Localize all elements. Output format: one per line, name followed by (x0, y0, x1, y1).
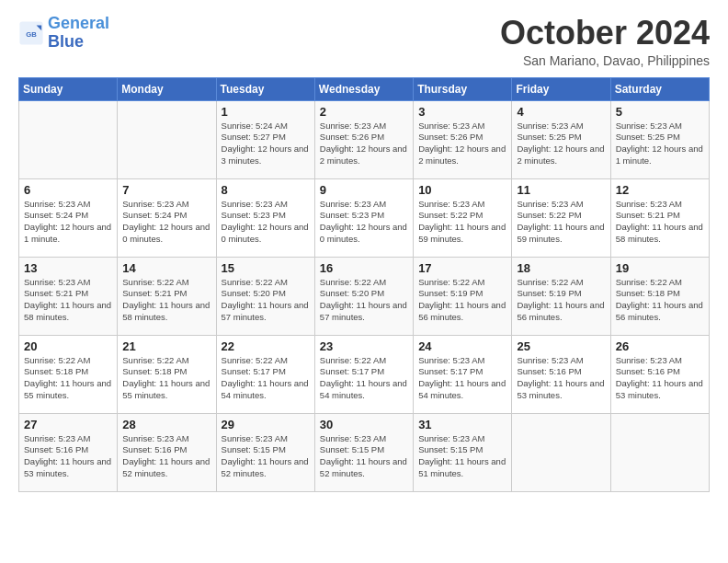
calendar-header-day: Sunday (19, 77, 118, 100)
cell-text: Sunrise: 5:22 AM Sunset: 5:21 PM Dayligh… (122, 277, 210, 324)
day-number: 13 (24, 261, 112, 275)
calendar-cell: 18Sunrise: 5:22 AM Sunset: 5:19 PM Dayli… (512, 257, 610, 335)
calendar-cell: 28Sunrise: 5:23 AM Sunset: 5:16 PM Dayli… (118, 413, 216, 491)
calendar-cell: 23Sunrise: 5:22 AM Sunset: 5:17 PM Dayli… (314, 335, 413, 413)
svg-text:GB: GB (26, 30, 37, 39)
cell-text: Sunrise: 5:22 AM Sunset: 5:19 PM Dayligh… (517, 277, 605, 324)
logo: GB GeneralBlue (18, 15, 109, 52)
cell-text: Sunrise: 5:23 AM Sunset: 5:25 PM Dayligh… (616, 121, 704, 167)
day-number: 27 (24, 418, 112, 431)
cell-text: Sunrise: 5:22 AM Sunset: 5:18 PM Dayligh… (24, 355, 112, 402)
title-block: October 2024 San Mariano, Davao, Philipp… (500, 15, 710, 68)
cell-text: Sunrise: 5:22 AM Sunset: 5:20 PM Dayligh… (320, 277, 408, 324)
calendar-cell: 15Sunrise: 5:22 AM Sunset: 5:20 PM Dayli… (216, 257, 314, 335)
calendar-cell: 19Sunrise: 5:22 AM Sunset: 5:18 PM Dayli… (610, 257, 709, 335)
calendar-cell: 24Sunrise: 5:23 AM Sunset: 5:17 PM Dayli… (414, 335, 512, 413)
calendar-cell (118, 100, 216, 178)
day-number: 20 (24, 339, 112, 353)
day-number: 11 (517, 183, 605, 197)
calendar-cell: 13Sunrise: 5:23 AM Sunset: 5:21 PM Dayli… (19, 257, 118, 335)
day-number: 10 (418, 183, 506, 197)
calendar-header-day: Friday (512, 77, 610, 100)
cell-text: Sunrise: 5:23 AM Sunset: 5:21 PM Dayligh… (616, 199, 704, 246)
cell-text: Sunrise: 5:22 AM Sunset: 5:17 PM Dayligh… (320, 355, 408, 402)
calendar-header-day: Monday (118, 77, 216, 100)
calendar-cell: 5Sunrise: 5:23 AM Sunset: 5:25 PM Daylig… (610, 100, 709, 178)
cell-text: Sunrise: 5:23 AM Sunset: 5:26 PM Dayligh… (320, 121, 408, 167)
cell-text: Sunrise: 5:23 AM Sunset: 5:21 PM Dayligh… (24, 277, 112, 324)
day-number: 29 (222, 418, 310, 431)
calendar-header-day: Wednesday (314, 77, 413, 100)
day-number: 26 (616, 339, 704, 353)
calendar-cell: 30Sunrise: 5:23 AM Sunset: 5:15 PM Dayli… (314, 413, 413, 491)
cell-text: Sunrise: 5:22 AM Sunset: 5:20 PM Dayligh… (222, 277, 310, 324)
calendar-cell: 26Sunrise: 5:23 AM Sunset: 5:16 PM Dayli… (610, 335, 709, 413)
page-header: GB GeneralBlue October 2024 San Mariano,… (18, 15, 710, 68)
calendar-cell: 8Sunrise: 5:23 AM Sunset: 5:23 PM Daylig… (216, 178, 314, 257)
day-number: 31 (418, 418, 506, 431)
cell-text: Sunrise: 5:23 AM Sunset: 5:17 PM Dayligh… (418, 355, 506, 402)
day-number: 18 (517, 261, 605, 275)
cell-text: Sunrise: 5:23 AM Sunset: 5:24 PM Dayligh… (24, 199, 112, 246)
day-number: 6 (24, 183, 112, 197)
cell-text: Sunrise: 5:23 AM Sunset: 5:23 PM Dayligh… (320, 199, 408, 246)
cell-text: Sunrise: 5:22 AM Sunset: 5:17 PM Dayligh… (222, 355, 310, 402)
calendar-cell (512, 413, 610, 491)
cell-text: Sunrise: 5:23 AM Sunset: 5:24 PM Dayligh… (122, 199, 210, 246)
day-number: 7 (122, 183, 210, 197)
day-number: 2 (320, 105, 408, 119)
logo-icon: GB (18, 20, 44, 46)
cell-text: Sunrise: 5:23 AM Sunset: 5:26 PM Dayligh… (418, 121, 506, 167)
day-number: 19 (616, 261, 704, 275)
calendar-cell: 22Sunrise: 5:22 AM Sunset: 5:17 PM Dayli… (216, 335, 314, 413)
day-number: 15 (222, 261, 310, 275)
calendar-week-row: 20Sunrise: 5:22 AM Sunset: 5:18 PM Dayli… (19, 335, 710, 413)
location: San Mariano, Davao, Philippines (500, 53, 710, 68)
day-number: 24 (418, 339, 506, 353)
calendar-header-row: SundayMondayTuesdayWednesdayThursdayFrid… (19, 77, 710, 100)
day-number: 23 (320, 339, 408, 353)
calendar-cell: 1Sunrise: 5:24 AM Sunset: 5:27 PM Daylig… (216, 100, 314, 178)
calendar-cell: 31Sunrise: 5:23 AM Sunset: 5:15 PM Dayli… (414, 413, 512, 491)
calendar-cell: 6Sunrise: 5:23 AM Sunset: 5:24 PM Daylig… (19, 178, 118, 257)
calendar-cell: 4Sunrise: 5:23 AM Sunset: 5:25 PM Daylig… (512, 100, 610, 178)
day-number: 12 (616, 183, 704, 197)
calendar-cell: 10Sunrise: 5:23 AM Sunset: 5:22 PM Dayli… (414, 178, 512, 257)
calendar-header-day: Saturday (610, 77, 709, 100)
calendar-week-row: 1Sunrise: 5:24 AM Sunset: 5:27 PM Daylig… (19, 100, 710, 178)
day-number: 9 (320, 183, 408, 197)
day-number: 4 (517, 105, 605, 119)
day-number: 5 (616, 105, 704, 119)
cell-text: Sunrise: 5:23 AM Sunset: 5:16 PM Dayligh… (122, 433, 210, 480)
day-number: 21 (122, 339, 210, 353)
day-number: 28 (122, 418, 210, 431)
calendar-table: SundayMondayTuesdayWednesdayThursdayFrid… (18, 77, 710, 492)
cell-text: Sunrise: 5:23 AM Sunset: 5:15 PM Dayligh… (222, 433, 310, 480)
day-number: 17 (418, 261, 506, 275)
calendar-cell: 16Sunrise: 5:22 AM Sunset: 5:20 PM Dayli… (314, 257, 413, 335)
day-number: 16 (320, 261, 408, 275)
calendar-cell: 25Sunrise: 5:23 AM Sunset: 5:16 PM Dayli… (512, 335, 610, 413)
calendar-cell: 7Sunrise: 5:23 AM Sunset: 5:24 PM Daylig… (118, 178, 216, 257)
calendar-cell: 9Sunrise: 5:23 AM Sunset: 5:23 PM Daylig… (314, 178, 413, 257)
calendar-cell: 14Sunrise: 5:22 AM Sunset: 5:21 PM Dayli… (118, 257, 216, 335)
calendar-cell: 20Sunrise: 5:22 AM Sunset: 5:18 PM Dayli… (19, 335, 118, 413)
cell-text: Sunrise: 5:22 AM Sunset: 5:18 PM Dayligh… (122, 355, 210, 402)
calendar-cell (610, 413, 709, 491)
cell-text: Sunrise: 5:23 AM Sunset: 5:25 PM Dayligh… (517, 121, 605, 167)
cell-text: Sunrise: 5:24 AM Sunset: 5:27 PM Dayligh… (222, 121, 310, 167)
cell-text: Sunrise: 5:23 AM Sunset: 5:15 PM Dayligh… (418, 433, 506, 480)
cell-text: Sunrise: 5:23 AM Sunset: 5:16 PM Dayligh… (517, 355, 605, 402)
cell-text: Sunrise: 5:23 AM Sunset: 5:15 PM Dayligh… (320, 433, 408, 480)
calendar-cell: 29Sunrise: 5:23 AM Sunset: 5:15 PM Dayli… (216, 413, 314, 491)
day-number: 30 (320, 418, 408, 431)
calendar-week-row: 27Sunrise: 5:23 AM Sunset: 5:16 PM Dayli… (19, 413, 710, 491)
day-number: 25 (517, 339, 605, 353)
calendar-cell: 27Sunrise: 5:23 AM Sunset: 5:16 PM Dayli… (19, 413, 118, 491)
calendar-cell: 2Sunrise: 5:23 AM Sunset: 5:26 PM Daylig… (314, 100, 413, 178)
day-number: 22 (222, 339, 310, 353)
cell-text: Sunrise: 5:23 AM Sunset: 5:16 PM Dayligh… (24, 433, 112, 480)
cell-text: Sunrise: 5:23 AM Sunset: 5:23 PM Dayligh… (222, 199, 310, 246)
cell-text: Sunrise: 5:23 AM Sunset: 5:22 PM Dayligh… (517, 199, 605, 246)
calendar-cell: 21Sunrise: 5:22 AM Sunset: 5:18 PM Dayli… (118, 335, 216, 413)
